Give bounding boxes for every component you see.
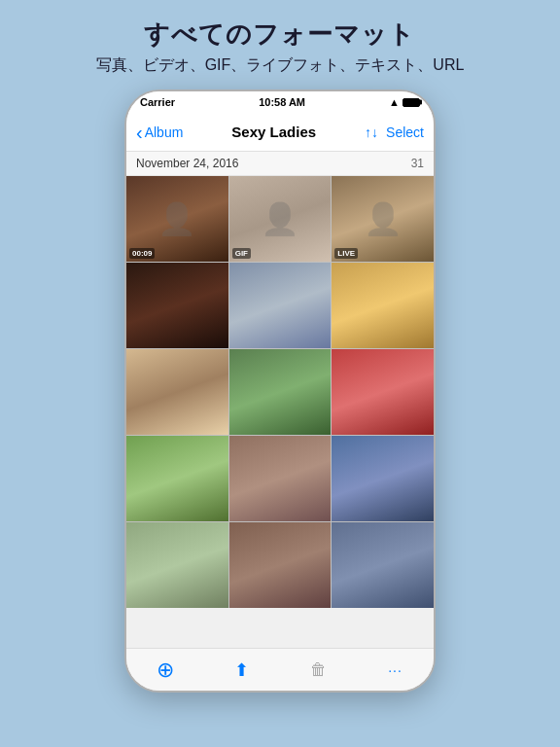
- share-button[interactable]: ⬆: [223, 657, 262, 684]
- nav-title: Sexy Ladies: [183, 124, 365, 140]
- photo-cell-4[interactable]: [126, 263, 228, 348]
- wifi-icon: ▲: [389, 96, 400, 108]
- photo-cell-3[interactable]: LIVE: [332, 176, 434, 262]
- chevron-left-icon: ‹: [136, 123, 143, 142]
- photo-cell-12[interactable]: [332, 436, 434, 521]
- back-button[interactable]: ‹ Album: [136, 123, 183, 142]
- page-wrapper: すべてのフォーマット 写真、ビデオ、GIF、ライブフォト、テキスト、URL Ca…: [0, 0, 560, 747]
- toolbar: ⊕ ⬆ 🗑 ···: [126, 648, 434, 691]
- section-count: 31: [411, 157, 424, 170]
- trash-icon: 🗑: [310, 660, 327, 680]
- photo-cell-8[interactable]: [229, 349, 332, 435]
- photo-grid: 00:09 GIF LIVE: [126, 176, 434, 648]
- header-text: すべてのフォーマット 写真、ビデオ、GIF、ライブフォト、テキスト、URL: [96, 18, 465, 76]
- section-header: November 24, 2016 31: [126, 152, 434, 176]
- sort-button[interactable]: ↑↓: [365, 124, 378, 140]
- title-jp: すべてのフォーマット: [96, 18, 465, 52]
- photo-cell-7[interactable]: [126, 349, 228, 435]
- add-icon: ⊕: [157, 658, 174, 683]
- carrier-label: Carrier: [140, 96, 175, 108]
- delete-button[interactable]: 🗑: [299, 657, 338, 684]
- photo-cell-13[interactable]: [126, 522, 228, 608]
- nav-right: ↑↓ Select: [365, 124, 424, 140]
- photo-cell-10[interactable]: [126, 436, 228, 521]
- add-button[interactable]: ⊕: [146, 657, 185, 684]
- photo-cell-15[interactable]: [332, 522, 434, 608]
- photo-cell-2[interactable]: GIF: [229, 176, 332, 262]
- status-bar: Carrier 10:58 AM ▲: [126, 91, 434, 113]
- select-button[interactable]: Select: [386, 124, 424, 140]
- photo-cell-5[interactable]: [229, 263, 332, 348]
- section-date: November 24, 2016: [136, 157, 238, 170]
- live-badge: LIVE: [334, 248, 358, 259]
- share-icon: ⬆: [234, 659, 249, 681]
- more-icon: ···: [388, 662, 402, 678]
- more-button[interactable]: ···: [376, 657, 415, 684]
- photo-cell-11[interactable]: [229, 436, 332, 521]
- status-icons: ▲: [389, 96, 420, 108]
- photo-cell-1[interactable]: 00:09: [126, 176, 228, 262]
- photo-cell-6[interactable]: [332, 263, 434, 348]
- battery-icon: [402, 98, 420, 107]
- photo-cell-14[interactable]: [229, 522, 332, 608]
- nav-bar: ‹ Album Sexy Ladies ↑↓ Select: [126, 113, 434, 152]
- photo-cell-9[interactable]: [332, 349, 434, 435]
- back-label: Album: [145, 124, 184, 140]
- video-badge: 00:09: [129, 248, 155, 259]
- time-label: 10:58 AM: [259, 96, 305, 108]
- subtitle-jp: 写真、ビデオ、GIF、ライブフォト、テキスト、URL: [96, 55, 465, 76]
- gif-badge: GIF: [232, 248, 251, 259]
- phone-frame: Carrier 10:58 AM ▲ ‹ Album Sexy Ladies ↑…: [124, 89, 436, 693]
